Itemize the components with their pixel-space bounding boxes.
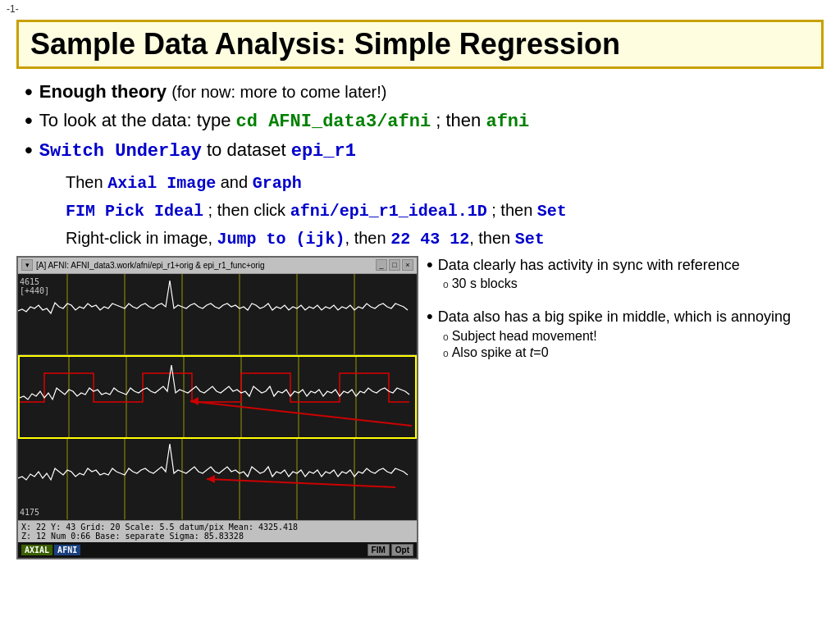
sub-annotation-1: o 30 s blocks xyxy=(427,276,824,291)
sub-line-2: FIM Pick Ideal ; then click afni/epi_r1_… xyxy=(66,199,824,223)
afni-titlebar: ▾ [A] AFNI: AFNI_data3.work/afni/epi_r1+… xyxy=(18,258,417,274)
status-grid: Y: 43 Grid: 20 xyxy=(51,523,120,532)
annotation-bullet-2: • xyxy=(427,308,433,326)
annotation-1: • Data clearly has activity in sync with… xyxy=(427,256,824,291)
sub-line-3: Right-click in image, Jump to (ijk), the… xyxy=(66,226,824,251)
code-cd-afni: cd AFNI_data3/afni xyxy=(236,112,431,132)
graph-row-3 xyxy=(18,439,417,519)
afni-nav-btns: AXIAL AFNI xyxy=(21,545,80,555)
graph-row-1 xyxy=(18,274,417,355)
sub-annotation-text-2b: Also spike at t=0 xyxy=(452,345,549,360)
bullet-list: • Enough theory (for now: more to come l… xyxy=(16,80,824,164)
annotation-item-2: • Data also has a big spike in middle, w… xyxy=(427,308,824,326)
afni-window-title: [A] AFNI: AFNI_data3.work/afni/epi_r1+or… xyxy=(36,261,265,270)
right-annotations: • Data clearly has activity in sync with… xyxy=(427,256,824,559)
status-base: Base: separate xyxy=(95,532,164,541)
annotation-bullet-1: • xyxy=(427,256,433,274)
o-bullet-1: o xyxy=(443,279,449,290)
slide-page: -1- Sample Data Analysis: Simple Regress… xyxy=(0,0,840,630)
sub-annotation-text-1: 30 s blocks xyxy=(452,276,518,291)
close-btn[interactable]: × xyxy=(402,259,413,271)
y-label-bottom: 4175 xyxy=(20,508,39,517)
status-row-2: Z: 12 Num 0:66 Base: separate Sigma: 85.… xyxy=(21,532,413,541)
status-row-1: X: 22 Y: 43 Grid: 20 Scale: 5.5 datum/pi… xyxy=(21,523,413,532)
graph-svg-3 xyxy=(18,439,417,519)
annotation-2: • Data also has a big spike in middle, w… xyxy=(427,308,824,359)
slide-title: Sample Data Analysis: Simple Regression xyxy=(30,27,810,62)
axial-btn[interactable]: AXIAL xyxy=(21,545,52,555)
annotation-item-1: • Data clearly has activity in sync with… xyxy=(427,256,824,275)
annotation-text-2: Data also has a big spike in middle, whi… xyxy=(438,308,824,326)
graph-rows xyxy=(18,274,417,520)
graph-svg-1 xyxy=(18,274,417,354)
code-set-2: Set xyxy=(515,230,545,249)
code-graph: Graph xyxy=(253,174,302,193)
status-scale: Scale: 5.5 datum/pix xyxy=(125,523,223,532)
graph-area: 4615 [+440] 4175 index=32 value=4287 at … xyxy=(18,274,417,520)
list-item: • Enough theory (for now: more to come l… xyxy=(25,80,824,104)
code-set-1: Set xyxy=(537,202,567,221)
status-sigma: Sigma: 85.83328 xyxy=(170,532,244,541)
status-z: Z: 12 Num 0:66 xyxy=(21,532,90,541)
window-menu-btn[interactable]: ▾ xyxy=(21,259,33,271)
afni-window: ▾ [A] AFNI: AFNI_data3.work/afni/epi_r1+… xyxy=(16,256,418,559)
bullet-dot: • xyxy=(25,139,33,162)
sub-annotation-2b: o Also spike at t=0 xyxy=(427,345,824,360)
status-mean: Mean: 4325.418 xyxy=(229,523,298,532)
afni-btn[interactable]: AFNI xyxy=(54,545,80,555)
code-switch-underlay: Switch Underlay xyxy=(39,141,202,162)
sub-instructions: Then Axial Image and Graph FIM Pick Idea… xyxy=(16,171,824,251)
code-axial-image: Axial Image xyxy=(107,174,216,193)
sub-annotation-text-2a: Subject head movement! xyxy=(452,329,597,344)
code-epi-ideal: afni/epi_r1_ideal.1D xyxy=(290,202,487,221)
afni-status-bar: X: 22 Y: 43 Grid: 20 Scale: 5.5 datum/pi… xyxy=(18,520,417,542)
code-jump-to: Jump to (ijk) xyxy=(217,230,345,249)
maximize-btn[interactable]: □ xyxy=(389,259,400,271)
titlebar-left: ▾ [A] AFNI: AFNI_data3.work/afni/epi_r1+… xyxy=(21,259,265,271)
bullet-content-1: Enough theory (for now: more to come lat… xyxy=(39,80,387,104)
title-box: Sample Data Analysis: Simple Regression xyxy=(16,20,824,69)
bottom-section: ▾ [A] AFNI: AFNI_data3.work/afni/epi_r1+… xyxy=(16,256,824,559)
code-epi-r1: epi_r1 xyxy=(291,141,356,162)
code-afni: afni xyxy=(486,112,529,132)
status-x: X: 22 xyxy=(21,523,46,532)
sub-annotation-2a: o Subject head movement! xyxy=(427,329,824,344)
window-controls: _ □ × xyxy=(376,259,413,271)
graph-svg-2 xyxy=(20,357,415,437)
annotation-text-1: Data clearly has activity in sync with r… xyxy=(438,256,824,275)
code-coords: 22 43 12 xyxy=(390,230,469,249)
list-item: • Switch Underlay to dataset epi_r1 xyxy=(25,139,824,164)
bullet-content-2: To look at the data: type cd AFNI_data3/… xyxy=(39,109,529,135)
bullet-content-3: Switch Underlay to dataset epi_r1 xyxy=(39,139,356,164)
o-bullet-2b: o xyxy=(443,348,449,359)
slide-number: -1- xyxy=(7,3,19,15)
afni-bottom-bar: AXIAL AFNI FIM Opt xyxy=(18,542,417,558)
opt-btn[interactable]: Opt xyxy=(391,544,413,556)
o-bullet-2a: o xyxy=(443,331,449,343)
bullet-dot: • xyxy=(25,109,33,132)
graph-row-2 xyxy=(18,355,417,439)
bullet-dot: • xyxy=(25,80,33,103)
sub-line-1: Then Axial Image and Graph xyxy=(66,171,824,195)
minimize-btn[interactable]: _ xyxy=(376,259,387,271)
list-item: • To look at the data: type cd AFNI_data… xyxy=(25,109,824,135)
fim-btn[interactable]: FIM xyxy=(368,544,390,556)
fim-opt-btns: FIM Opt xyxy=(368,544,413,556)
y-label-top: 4615 [+440] xyxy=(20,277,49,295)
code-fim-pick: FIM Pick Ideal xyxy=(66,202,203,221)
